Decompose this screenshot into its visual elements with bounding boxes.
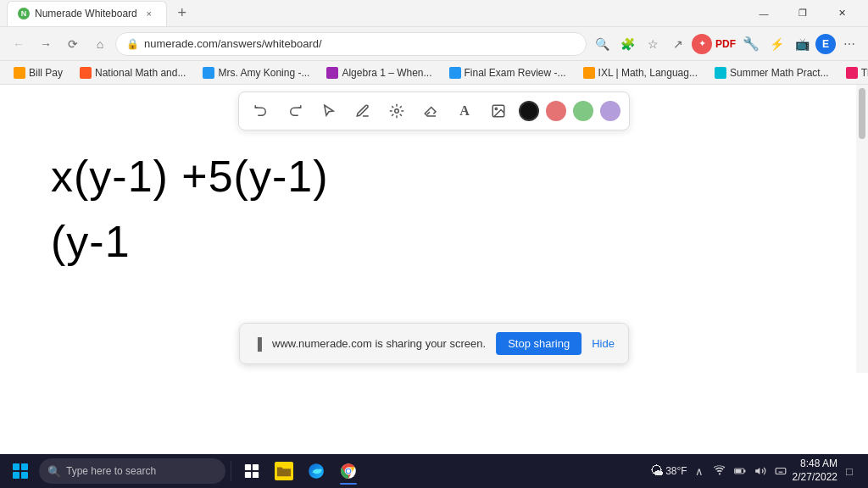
screen-share-banner: ▐ www.numerade.com is sharing your scree… (239, 323, 629, 364)
battery-icon[interactable] (732, 463, 748, 480)
taskbar: 🔍 Type here to search (0, 454, 868, 488)
color-purple[interactable] (600, 101, 620, 121)
bookmark-algebra[interactable]: Algebra 1 – When... (320, 65, 438, 80)
chevron-up-icon[interactable]: ∧ (691, 463, 708, 480)
bookmark-national-math[interactable]: National Math and... (73, 65, 192, 80)
window-controls: — ❐ ✕ (744, 0, 861, 27)
profile-avatar[interactable]: E (815, 34, 836, 54)
scrollbar-thumb[interactable] (859, 88, 865, 139)
svg-rect-13 (776, 469, 786, 474)
svg-point-2 (495, 108, 497, 109)
bookmark-ixl[interactable]: IXL | Math, Languag... (576, 65, 704, 80)
scrollbar[interactable] (856, 85, 868, 373)
temperature: 38°F (665, 465, 687, 477)
bookmark-final-exam[interactable]: Final Exam Review -... (442, 65, 573, 80)
color-red[interactable] (546, 101, 566, 121)
task-view-button[interactable] (236, 456, 267, 486)
volume-icon[interactable] (752, 463, 769, 480)
extensions2-icon[interactable]: ⚡ (765, 32, 788, 56)
extensions-icon[interactable]: 🔧 (739, 32, 763, 56)
network-icon[interactable] (711, 463, 728, 480)
bookmark-label: Algebra 1 – When... (342, 67, 431, 79)
whiteboard-area[interactable]: A x(y-1) +5(y-1) (y-1 ▐ www.numerade.com… (0, 85, 868, 373)
edge-button[interactable] (301, 456, 331, 486)
new-tab-button[interactable]: + (170, 2, 194, 25)
tabs-container: N Numerade Whiteboard × + (7, 1, 194, 26)
bookmark-icon[interactable]: ☆ (641, 32, 665, 56)
bookmark-amy-koning[interactable]: Mrs. Amy Koning -... (196, 65, 316, 80)
refresh-button[interactable]: ⟳ (61, 32, 85, 56)
active-tab[interactable]: N Numerade Whiteboard × (7, 1, 167, 26)
eraser-tool[interactable] (417, 97, 444, 125)
system-clock[interactable]: 8:48 AM 2/27/2022 (793, 458, 837, 484)
svg-rect-3 (245, 464, 251, 470)
keyboard-icon[interactable] (772, 463, 789, 480)
shapes-tool[interactable] (383, 97, 410, 125)
pdf-icon[interactable]: PDF (714, 32, 737, 56)
windows-logo-icon (13, 463, 28, 479)
bookmark-favicon (715, 67, 726, 79)
back-button[interactable]: ← (7, 32, 31, 56)
maximize-button[interactable]: ❐ (783, 0, 822, 27)
bookmark-favicon (449, 67, 461, 79)
hide-banner-link[interactable]: Hide (592, 337, 615, 350)
select-tool[interactable] (315, 97, 342, 125)
svg-rect-4 (253, 464, 259, 470)
cast-icon[interactable]: 📺 (790, 32, 814, 56)
title-bar: N Numerade Whiteboard × + — ❐ ✕ (0, 0, 868, 27)
bookmark-label: Final Exam Review -... (465, 67, 566, 79)
tab-title: Numerade Whiteboard (35, 8, 137, 19)
home-button[interactable]: ⌂ (88, 32, 112, 56)
bookmark-label: National Math and... (95, 67, 186, 79)
svg-rect-11 (743, 470, 745, 473)
file-explorer-button[interactable] (269, 456, 299, 486)
close-button[interactable]: ✕ (822, 0, 861, 27)
svg-point-9 (347, 469, 350, 473)
lock-icon: 🔒 (126, 38, 139, 50)
undo-button[interactable] (248, 97, 275, 125)
bookmark-thomastik[interactable]: Thomastik-Infeld C... (839, 65, 868, 80)
menu-button[interactable]: ⋯ (837, 32, 861, 56)
bookmark-billpay[interactable]: Bill Pay (7, 65, 70, 80)
edge-icon (307, 462, 326, 480)
system-tray: 🌤 38°F ∧ 8:48 AM 2/27/2022 □ (650, 458, 865, 484)
extension-icon[interactable]: 🧩 (615, 32, 639, 56)
pen-tool[interactable] (349, 97, 376, 125)
search-icon: 🔍 (47, 465, 61, 478)
share-icon[interactable]: ↗ (666, 32, 690, 56)
clock-date: 2/27/2022 (793, 471, 837, 485)
bookmark-favicon (326, 67, 338, 79)
bookmark-favicon (846, 67, 858, 79)
screen-share-icon: ▐ (253, 337, 262, 351)
bookmark-favicon (203, 67, 214, 79)
forward-button[interactable]: → (34, 32, 58, 56)
stop-sharing-button[interactable]: Stop sharing (496, 332, 581, 355)
taskbar-search[interactable]: 🔍 Type here to search (39, 458, 225, 484)
svg-point-0 (395, 109, 399, 114)
color-green[interactable] (573, 101, 593, 121)
color-black[interactable] (519, 101, 539, 121)
redo-button[interactable] (281, 97, 309, 125)
tab-close-button[interactable]: × (142, 7, 156, 20)
active-app-indicator (340, 483, 357, 485)
notification-icon[interactable]: □ (841, 463, 858, 480)
search-icon[interactable]: 🔍 (590, 32, 614, 56)
bookmarks-bar: Bill Pay National Math and... Mrs. Amy K… (0, 61, 868, 85)
search-placeholder: Type here to search (66, 465, 156, 477)
url-bar[interactable]: 🔒 numerade.com/answers/whiteboard/ (115, 32, 587, 56)
bookmark-favicon (583, 67, 595, 79)
edge-collection-icon[interactable]: ✦ (692, 34, 712, 54)
image-tool[interactable] (485, 97, 512, 125)
minimize-button[interactable]: — (744, 0, 783, 27)
math-expression-line2: (y-1 (51, 218, 328, 266)
text-tool[interactable]: A (451, 97, 478, 125)
svg-rect-12 (735, 469, 741, 473)
bookmark-summer-math[interactable]: Summer Math Pract... (708, 65, 836, 80)
chrome-button[interactable] (333, 456, 364, 486)
bookmark-label: Thomastik-Infeld C... (861, 67, 868, 79)
weather-widget[interactable]: 🌤 38°F (650, 463, 687, 479)
bookmark-label: Summer Math Pract... (730, 67, 829, 79)
bookmark-favicon (80, 67, 92, 79)
start-button[interactable] (3, 454, 37, 488)
tab-favicon: N (18, 8, 30, 19)
